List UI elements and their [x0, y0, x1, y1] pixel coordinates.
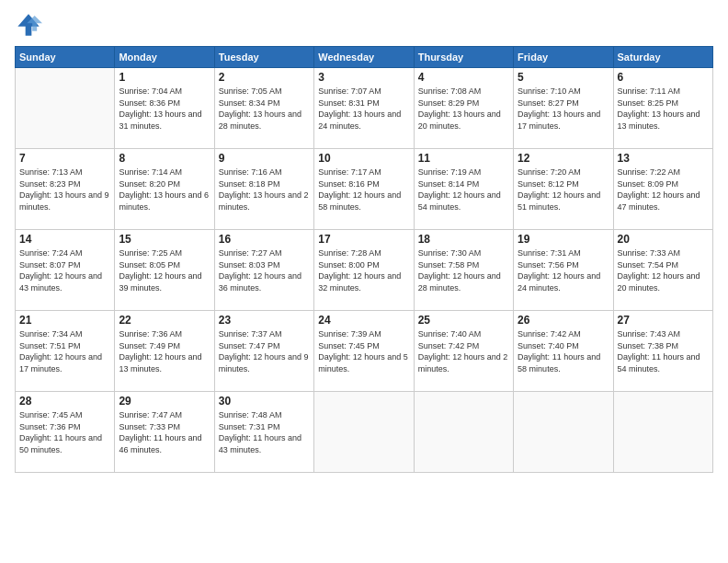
day-info: Sunrise: 7:17 AMSunset: 8:16 PMDaylight:…: [318, 167, 409, 213]
logo-icon: [15, 11, 42, 39]
day-info: Sunrise: 7:39 AMSunset: 7:45 PMDaylight:…: [318, 328, 409, 374]
day-number: 12: [518, 152, 609, 165]
page: SundayMondayTuesdayWednesdayThursdayFrid…: [0, 0, 728, 563]
calendar-cell: [16, 68, 115, 149]
day-number: 1: [119, 71, 210, 84]
day-number: 25: [418, 314, 509, 327]
day-number: 30: [219, 395, 310, 408]
calendar-cell: 8Sunrise: 7:14 AMSunset: 8:20 PMDaylight…: [115, 149, 214, 230]
day-info: Sunrise: 7:13 AMSunset: 8:23 PMDaylight:…: [19, 167, 110, 213]
day-info: Sunrise: 7:45 AMSunset: 7:36 PMDaylight:…: [19, 409, 110, 455]
calendar-cell: 16Sunrise: 7:27 AMSunset: 8:03 PMDayligh…: [214, 230, 313, 311]
day-info: Sunrise: 7:10 AMSunset: 8:27 PMDaylight:…: [518, 86, 609, 132]
day-info: Sunrise: 7:33 AMSunset: 7:54 PMDaylight:…: [618, 247, 709, 293]
calendar-cell: 14Sunrise: 7:24 AMSunset: 8:07 PMDayligh…: [16, 230, 115, 311]
day-number: 20: [618, 233, 709, 246]
calendar-cell: 29Sunrise: 7:47 AMSunset: 7:33 PMDayligh…: [115, 392, 214, 473]
week-row-2: 14Sunrise: 7:24 AMSunset: 8:07 PMDayligh…: [16, 230, 713, 311]
day-info: Sunrise: 7:42 AMSunset: 7:40 PMDaylight:…: [518, 328, 609, 374]
weekday-sunday: Sunday: [16, 47, 115, 68]
day-info: Sunrise: 7:14 AMSunset: 8:20 PMDaylight:…: [119, 167, 210, 213]
day-info: Sunrise: 7:48 AMSunset: 7:31 PMDaylight:…: [219, 409, 310, 455]
day-info: Sunrise: 7:34 AMSunset: 7:51 PMDaylight:…: [19, 328, 110, 374]
day-number: 27: [618, 314, 709, 327]
weekday-friday: Friday: [514, 47, 613, 68]
weekday-tuesday: Tuesday: [214, 47, 313, 68]
calendar-cell: 10Sunrise: 7:17 AMSunset: 8:16 PMDayligh…: [314, 149, 414, 230]
day-info: Sunrise: 7:36 AMSunset: 7:49 PMDaylight:…: [119, 328, 210, 374]
calendar-cell: 5Sunrise: 7:10 AMSunset: 8:27 PMDaylight…: [514, 68, 613, 149]
day-info: Sunrise: 7:47 AMSunset: 7:33 PMDaylight:…: [119, 409, 210, 455]
calendar-cell: [613, 392, 712, 473]
calendar-cell: 27Sunrise: 7:43 AMSunset: 7:38 PMDayligh…: [613, 311, 712, 392]
day-info: Sunrise: 7:19 AMSunset: 8:14 PMDaylight:…: [418, 167, 509, 213]
calendar-cell: 6Sunrise: 7:11 AMSunset: 8:25 PMDaylight…: [613, 68, 712, 149]
week-row-1: 7Sunrise: 7:13 AMSunset: 8:23 PMDaylight…: [16, 149, 713, 230]
day-info: Sunrise: 7:04 AMSunset: 8:36 PMDaylight:…: [119, 86, 210, 132]
day-number: 19: [518, 233, 609, 246]
day-number: 11: [418, 152, 509, 165]
calendar-cell: 17Sunrise: 7:28 AMSunset: 8:00 PMDayligh…: [314, 230, 414, 311]
header: [15, 11, 713, 39]
day-info: Sunrise: 7:24 AMSunset: 8:07 PMDaylight:…: [19, 247, 110, 293]
calendar-cell: 12Sunrise: 7:20 AMSunset: 8:12 PMDayligh…: [514, 149, 613, 230]
weekday-saturday: Saturday: [613, 47, 712, 68]
week-row-4: 28Sunrise: 7:45 AMSunset: 7:36 PMDayligh…: [16, 392, 713, 473]
calendar-cell: 18Sunrise: 7:30 AMSunset: 7:58 PMDayligh…: [414, 230, 513, 311]
day-info: Sunrise: 7:27 AMSunset: 8:03 PMDaylight:…: [219, 247, 310, 293]
day-info: Sunrise: 7:16 AMSunset: 8:18 PMDaylight:…: [219, 167, 310, 213]
calendar-cell: 22Sunrise: 7:36 AMSunset: 7:49 PMDayligh…: [115, 311, 214, 392]
day-number: 24: [318, 314, 409, 327]
day-info: Sunrise: 7:43 AMSunset: 7:38 PMDaylight:…: [618, 328, 709, 374]
calendar-table: SundayMondayTuesdayWednesdayThursdayFrid…: [15, 46, 713, 473]
day-number: 29: [119, 395, 210, 408]
calendar-cell: 3Sunrise: 7:07 AMSunset: 8:31 PMDaylight…: [314, 68, 414, 149]
day-number: 14: [19, 233, 110, 246]
day-number: 15: [119, 233, 210, 246]
day-info: Sunrise: 7:28 AMSunset: 8:00 PMDaylight:…: [318, 247, 409, 293]
calendar-cell: 20Sunrise: 7:33 AMSunset: 7:54 PMDayligh…: [613, 230, 712, 311]
day-number: 5: [518, 71, 609, 84]
day-info: Sunrise: 7:31 AMSunset: 7:56 PMDaylight:…: [518, 247, 609, 293]
calendar-cell: 2Sunrise: 7:05 AMSunset: 8:34 PMDaylight…: [214, 68, 313, 149]
day-number: 28: [19, 395, 110, 408]
week-row-3: 21Sunrise: 7:34 AMSunset: 7:51 PMDayligh…: [16, 311, 713, 392]
calendar-cell: 4Sunrise: 7:08 AMSunset: 8:29 PMDaylight…: [414, 68, 513, 149]
day-info: Sunrise: 7:20 AMSunset: 8:12 PMDaylight:…: [518, 167, 609, 213]
day-number: 10: [318, 152, 409, 165]
day-number: 17: [318, 233, 409, 246]
day-number: 8: [119, 152, 210, 165]
weekday-wednesday: Wednesday: [314, 47, 414, 68]
day-info: Sunrise: 7:08 AMSunset: 8:29 PMDaylight:…: [418, 86, 509, 132]
calendar-cell: 23Sunrise: 7:37 AMSunset: 7:47 PMDayligh…: [214, 311, 313, 392]
day-info: Sunrise: 7:37 AMSunset: 7:47 PMDaylight:…: [219, 328, 310, 374]
day-info: Sunrise: 7:22 AMSunset: 8:09 PMDaylight:…: [618, 167, 709, 213]
day-info: Sunrise: 7:07 AMSunset: 8:31 PMDaylight:…: [318, 86, 409, 132]
calendar-cell: 13Sunrise: 7:22 AMSunset: 8:09 PMDayligh…: [613, 149, 712, 230]
weekday-monday: Monday: [115, 47, 214, 68]
calendar-cell: 11Sunrise: 7:19 AMSunset: 8:14 PMDayligh…: [414, 149, 513, 230]
calendar-cell: [514, 392, 613, 473]
day-info: Sunrise: 7:05 AMSunset: 8:34 PMDaylight:…: [219, 86, 310, 132]
weekday-header-row: SundayMondayTuesdayWednesdayThursdayFrid…: [16, 47, 713, 68]
calendar-cell: 30Sunrise: 7:48 AMSunset: 7:31 PMDayligh…: [214, 392, 313, 473]
day-number: 7: [19, 152, 110, 165]
calendar-cell: 19Sunrise: 7:31 AMSunset: 7:56 PMDayligh…: [514, 230, 613, 311]
day-info: Sunrise: 7:30 AMSunset: 7:58 PMDaylight:…: [418, 247, 509, 293]
day-number: 13: [618, 152, 709, 165]
day-info: Sunrise: 7:25 AMSunset: 8:05 PMDaylight:…: [119, 247, 210, 293]
calendar-cell: 7Sunrise: 7:13 AMSunset: 8:23 PMDaylight…: [16, 149, 115, 230]
day-number: 26: [518, 314, 609, 327]
day-number: 2: [219, 71, 310, 84]
weekday-thursday: Thursday: [414, 47, 513, 68]
day-info: Sunrise: 7:11 AMSunset: 8:25 PMDaylight:…: [618, 86, 709, 132]
calendar-cell: [314, 392, 414, 473]
week-row-0: 1Sunrise: 7:04 AMSunset: 8:36 PMDaylight…: [16, 68, 713, 149]
calendar-cell: 1Sunrise: 7:04 AMSunset: 8:36 PMDaylight…: [115, 68, 214, 149]
calendar-cell: 26Sunrise: 7:42 AMSunset: 7:40 PMDayligh…: [514, 311, 613, 392]
logo: [15, 11, 46, 39]
day-number: 23: [219, 314, 310, 327]
calendar-cell: 15Sunrise: 7:25 AMSunset: 8:05 PMDayligh…: [115, 230, 214, 311]
day-number: 22: [119, 314, 210, 327]
calendar-cell: [414, 392, 513, 473]
